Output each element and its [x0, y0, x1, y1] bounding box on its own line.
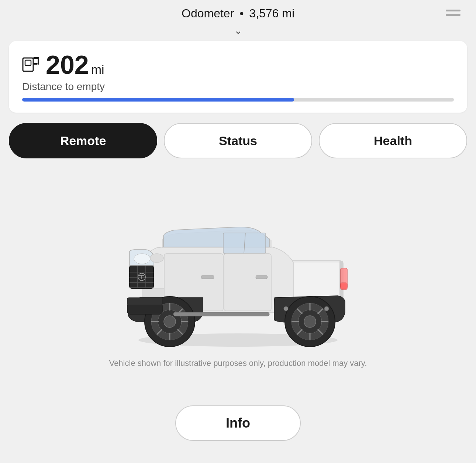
fuel-top-row: 202mi	[22, 52, 454, 78]
tabs-row: Remote Status Health	[9, 123, 467, 158]
svg-rect-0	[446, 10, 461, 11]
tab-status-label: Status	[219, 134, 257, 148]
svg-rect-3	[25, 60, 31, 65]
menu-icon[interactable]	[445, 7, 461, 18]
tab-health-label: Health	[374, 134, 412, 148]
svg-rect-1	[446, 14, 461, 16]
svg-point-41	[304, 316, 316, 327]
svg-rect-5	[38, 57, 39, 65]
tab-remote-label: Remote	[60, 134, 106, 148]
car-disclaimer: Vehicle shown for illustrative purposes …	[109, 359, 367, 368]
car-image-container	[109, 200, 367, 355]
svg-rect-55	[173, 312, 269, 316]
fuel-pump-icon	[22, 54, 40, 76]
svg-point-52	[134, 254, 150, 264]
distance-unit: mi	[91, 62, 104, 76]
header-dot: •	[239, 7, 247, 20]
tab-remote[interactable]: Remote	[9, 123, 157, 158]
svg-rect-15	[224, 254, 271, 311]
svg-point-57	[324, 306, 329, 311]
chevron-container[interactable]: ⌄	[0, 24, 476, 41]
odometer-label: Odometer	[182, 7, 234, 20]
odometer-value: 3,576 mi	[249, 7, 294, 20]
distance-value: 202	[46, 51, 89, 79]
info-button-container: Info	[0, 391, 476, 463]
fuel-bar-track	[22, 98, 454, 102]
info-button-label: Info	[226, 415, 250, 431]
truck-illustration	[113, 203, 363, 351]
fuel-bar-fill	[22, 98, 294, 102]
svg-point-56	[284, 306, 288, 311]
distance-label: Distance to empty	[22, 81, 454, 93]
car-area: Vehicle shown for illustrative purposes …	[0, 169, 476, 391]
info-button[interactable]: Info	[175, 405, 301, 441]
fuel-card: 202mi Distance to empty	[9, 41, 467, 113]
screen: Odometer • 3,576 mi ⌄	[0, 0, 476, 463]
svg-point-59	[150, 254, 163, 263]
tab-health[interactable]: Health	[319, 123, 467, 158]
odometer-display: Odometer • 3,576 mi	[182, 7, 294, 20]
svg-rect-17	[256, 275, 268, 279]
fuel-distance-value: 202mi	[46, 52, 104, 78]
svg-rect-60	[341, 283, 347, 289]
chevron-down-icon[interactable]: ⌄	[234, 25, 242, 36]
svg-rect-54	[127, 298, 162, 305]
tab-status[interactable]: Status	[164, 123, 312, 158]
svg-rect-16	[201, 275, 214, 279]
svg-rect-6	[33, 63, 38, 65]
svg-point-29	[164, 316, 176, 327]
header: Odometer • 3,576 mi	[0, 0, 476, 24]
